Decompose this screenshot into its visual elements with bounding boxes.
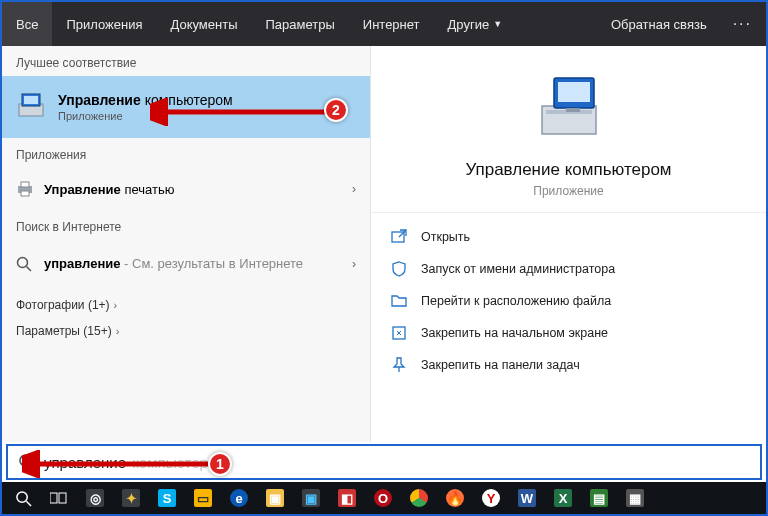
taskbar-app-7[interactable]: ▦: [618, 482, 652, 514]
svg-point-6: [18, 257, 28, 267]
svg-rect-20: [50, 493, 57, 503]
printer-icon: [16, 181, 34, 197]
search-icon: [16, 256, 34, 272]
result-label: Управление печатью: [44, 182, 174, 197]
details-subtitle: Приложение: [533, 184, 603, 198]
taskbar-word-icon[interactable]: W: [510, 482, 544, 514]
annotation-arrow-1: [22, 450, 222, 478]
tab-documents[interactable]: Документы: [156, 2, 251, 46]
details-pane: Управление компьютером Приложение Открыт…: [370, 46, 766, 442]
shield-icon: [391, 261, 407, 277]
annotation-badge-1: 1: [208, 452, 232, 476]
pin-taskbar-icon: [391, 357, 407, 373]
taskbar-yandex-icon[interactable]: Y: [474, 482, 508, 514]
svg-rect-5: [21, 191, 29, 196]
action-label: Перейти к расположению файла: [421, 294, 611, 308]
action-pin-start[interactable]: Закрепить на начальном экране: [371, 317, 766, 349]
details-actions: Открыть Запуск от имени администратора П…: [371, 213, 766, 389]
annotation-badge-2: 2: [324, 98, 348, 122]
feedback-link[interactable]: Обратная связь: [599, 17, 719, 32]
action-open[interactable]: Открыть: [371, 221, 766, 253]
svg-rect-21: [59, 493, 66, 503]
tab-internet[interactable]: Интернет: [349, 2, 434, 46]
action-label: Закрепить на панели задач: [421, 358, 580, 372]
action-pin-taskbar[interactable]: Закрепить на панели задач: [371, 349, 766, 381]
annotation-arrow-2: [150, 98, 340, 126]
taskbar-app-5[interactable]: ◧: [330, 482, 364, 514]
taskbar-app-3[interactable]: ▭: [186, 482, 220, 514]
result-label: управление - См. результаты в Интернете: [44, 256, 303, 273]
chevron-right-icon: ›: [116, 325, 120, 337]
computer-management-icon: [14, 90, 48, 124]
search-results: Лучшее соответствие Управление компьютер…: [2, 46, 766, 442]
tab-apps[interactable]: Приложения: [52, 2, 156, 46]
svg-rect-12: [566, 108, 580, 112]
svg-rect-4: [21, 182, 29, 187]
tab-all[interactable]: Все: [2, 2, 52, 46]
tab-more[interactable]: Другие▼: [434, 2, 517, 46]
details-hero: Управление компьютером Приложение: [371, 46, 766, 213]
taskbar-skype-icon[interactable]: S: [150, 482, 184, 514]
chevron-down-icon: ▼: [493, 19, 502, 29]
chevron-right-icon: ›: [114, 299, 118, 311]
result-web-search[interactable]: управление - См. результаты в Интернете …: [2, 240, 370, 288]
folder-icon: [391, 293, 407, 309]
action-open-location[interactable]: Перейти к расположению файла: [371, 285, 766, 317]
svg-rect-11: [558, 82, 590, 102]
search-tabs: Все Приложения Документы Параметры Интер…: [2, 2, 766, 46]
taskbar-app-2[interactable]: ✦: [114, 482, 148, 514]
svg-rect-2: [24, 96, 38, 104]
taskbar-opera-icon[interactable]: O: [366, 482, 400, 514]
svg-line-19: [26, 501, 31, 506]
open-icon: [391, 229, 407, 245]
taskbar: ◎ ✦ S ▭ e ▣ ▣ ◧ O 🔥 Y W X ▤ ▦: [2, 482, 766, 514]
taskbar-excel-icon[interactable]: X: [546, 482, 580, 514]
details-title: Управление компьютером: [465, 160, 671, 180]
tab-settings[interactable]: Параметры: [251, 2, 348, 46]
action-label: Запуск от имени администратора: [421, 262, 615, 276]
action-label: Закрепить на начальном экране: [421, 326, 608, 340]
category-settings[interactable]: Параметры (15+)›: [2, 314, 370, 340]
more-menu[interactable]: ···: [719, 15, 766, 33]
taskbar-edge-icon[interactable]: e: [222, 482, 256, 514]
taskbar-app-1[interactable]: ◎: [78, 482, 112, 514]
taskbar-explorer-icon[interactable]: ▣: [258, 482, 292, 514]
taskbar-taskview-icon[interactable]: [42, 482, 76, 514]
svg-point-18: [16, 491, 26, 501]
category-photos[interactable]: Фотографии (1+)›: [2, 288, 370, 314]
action-run-as-admin[interactable]: Запуск от имени администратора: [371, 253, 766, 285]
taskbar-search-icon[interactable]: [6, 482, 40, 514]
taskbar-chrome-icon[interactable]: [402, 482, 436, 514]
chevron-right-icon: ›: [352, 182, 356, 196]
taskbar-app-4[interactable]: ▣: [294, 482, 328, 514]
taskbar-app-6[interactable]: ▤: [582, 482, 616, 514]
taskbar-firefox-icon[interactable]: 🔥: [438, 482, 472, 514]
pin-start-icon: [391, 325, 407, 341]
chevron-right-icon: ›: [352, 257, 356, 271]
svg-line-7: [27, 266, 32, 271]
best-match-label: Лучшее соответствие: [2, 46, 370, 76]
computer-management-icon-large: [532, 72, 606, 146]
apps-section-label: Приложения: [2, 138, 370, 168]
web-section-label: Поиск в Интернете: [2, 210, 370, 240]
svg-line-14: [399, 230, 406, 237]
action-label: Открыть: [421, 230, 470, 244]
result-print-management[interactable]: Управление печатью ›: [2, 168, 370, 210]
